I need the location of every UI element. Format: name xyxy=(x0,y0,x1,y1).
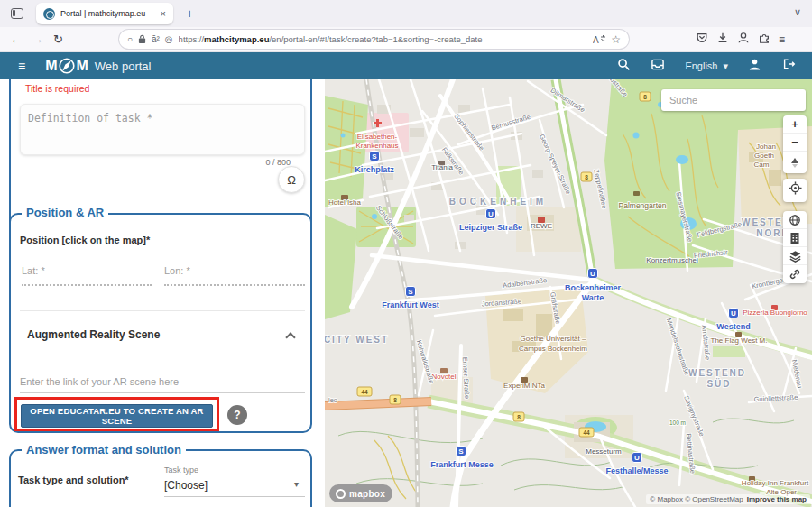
ar-scene-link-input[interactable] xyxy=(20,374,305,393)
extensions-icon[interactable] xyxy=(758,32,770,48)
tab-close-icon[interactable]: × xyxy=(161,8,166,19)
language-selector[interactable]: English ▾ xyxy=(685,60,728,72)
url-text: https://mathcitymap.eu/en/portal-en/#!/t… xyxy=(179,34,588,44)
buildings-layer-button[interactable] xyxy=(783,229,807,247)
map-label: ExperiMINTa xyxy=(503,382,545,390)
downloads-icon[interactable] xyxy=(716,32,729,48)
forward-icon: → xyxy=(32,32,43,46)
map-search-input[interactable] xyxy=(661,89,806,111)
user-icon[interactable] xyxy=(748,58,761,75)
highway xyxy=(325,401,431,406)
language-label: English xyxy=(685,60,717,71)
geolocate-button[interactable] xyxy=(783,179,807,197)
inbox-icon[interactable] xyxy=(651,58,665,75)
pocket-icon[interactable] xyxy=(696,32,708,48)
road-badge-label: 8 xyxy=(585,174,588,180)
longitude-field[interactable]: Lon: * xyxy=(164,265,305,286)
mcm-logo[interactable]: M M Web portal xyxy=(45,57,151,75)
layers-button[interactable] xyxy=(783,247,807,265)
logo-letter: M xyxy=(77,58,88,74)
compass-icon xyxy=(58,57,76,75)
map-label: Titania xyxy=(431,163,453,171)
map-label: Westend xyxy=(716,322,750,331)
map-label: Elisabethen- xyxy=(357,133,398,141)
zoom-out-button[interactable]: − xyxy=(783,134,807,152)
map-label: Bockenheimer xyxy=(565,283,622,292)
special-characters-button[interactable]: Ω xyxy=(278,166,305,193)
reload-icon[interactable]: ↻ xyxy=(53,32,63,46)
help-button[interactable]: ? xyxy=(227,405,247,425)
ar-scene-header: Augmented Reality Scene xyxy=(27,328,160,341)
transit-station-letter: U xyxy=(590,270,595,278)
mapbox-logo-text: mapbox xyxy=(349,489,385,499)
select-caret-icon[interactable]: ▾ xyxy=(294,479,299,489)
browser-window: Portal | mathcitymap.eu × + ∨ ← → ↻ ○ ā²… xyxy=(0,0,812,507)
map-label: Warte xyxy=(582,293,604,302)
map-label: REWE xyxy=(531,222,552,230)
tracking-protection-icon[interactable]: ○ xyxy=(127,35,133,44)
latitude-field[interactable]: Lat: * xyxy=(22,265,152,286)
layer-controls xyxy=(783,211,807,283)
road-badge-label: 8 xyxy=(517,414,521,420)
map-label: Goeth xyxy=(754,152,774,160)
map-label: Kirchplatz xyxy=(355,165,394,174)
search-icon[interactable] xyxy=(617,58,631,75)
task-type-field-label: Task type xyxy=(164,466,198,475)
map-label: 100 m xyxy=(669,419,686,426)
map-label: Holiday Inn Frankfurt xyxy=(742,479,809,487)
char-counter: 0 / 800 xyxy=(265,158,291,167)
map-label: leo xyxy=(328,396,337,404)
transit-station-letter: U xyxy=(488,210,494,218)
definition-of-task-input[interactable] xyxy=(20,104,305,155)
geolocate-control xyxy=(783,179,807,202)
transit-station-letter: U xyxy=(634,454,640,462)
browser-tab[interactable]: Portal | mathcitymap.eu × xyxy=(36,3,173,24)
task-type-select[interactable]: [Choose] xyxy=(164,479,208,492)
back-icon[interactable]: ← xyxy=(10,32,22,46)
transit-station-letter: S xyxy=(408,288,413,296)
mapbox-logo[interactable]: mapbox xyxy=(329,484,392,502)
section-divider xyxy=(20,310,305,311)
map-canvas[interactable]: 88448844SUSUUSUBOCKENHEIMCITY WESTWESTEN… xyxy=(325,79,812,507)
open-educatar-button[interactable]: OPEN EDUCATAR.EU TO CREATE AN AR SCENE xyxy=(21,404,213,428)
url-bar[interactable]: ○ ā² ◎ https://mathcitymap.eu/en/portal-… xyxy=(119,30,629,49)
account-icon[interactable] xyxy=(737,32,750,48)
lock-icon[interactable] xyxy=(138,34,146,44)
answer-format-legend: Answer format and solution xyxy=(22,443,186,456)
road-badge-label: 44 xyxy=(583,429,590,436)
app-title: Web portal xyxy=(95,60,152,73)
logout-icon[interactable] xyxy=(781,58,796,74)
map-attribution: © Mapbox © OpenStreetMapImprove this map xyxy=(646,494,810,504)
attribution-text: © Mapbox © OpenStreetMap xyxy=(650,495,743,503)
firefox-view-icon[interactable] xyxy=(11,8,23,19)
list-all-tabs-icon[interactable]: ∨ xyxy=(794,6,801,18)
road-badge-label: 44 xyxy=(361,389,368,395)
zoom-controls: + − xyxy=(783,115,807,173)
map-label: Palmengarten xyxy=(619,201,667,210)
app-navbar: ≡ M M Web portal English ▾ xyxy=(0,52,812,79)
map-label: BOCKENHEIM xyxy=(449,197,547,207)
map-label: Frankfurt Messe xyxy=(430,460,494,469)
new-tab-button[interactable]: + xyxy=(186,6,193,21)
road-badge-label: 8 xyxy=(393,397,397,403)
globe-layer-button[interactable] xyxy=(783,211,807,229)
map-label: Messeturm xyxy=(586,447,622,456)
map-label: CITY WEST xyxy=(325,335,389,345)
map-label: Konzertmuschel xyxy=(646,256,698,264)
share-link-button[interactable] xyxy=(783,265,807,283)
map-label: SÜD xyxy=(706,378,731,389)
bookmark-star-icon[interactable]: ☆ xyxy=(611,34,621,45)
location-permission-icon[interactable]: ◎ xyxy=(165,35,173,44)
sidebar-menu-icon[interactable]: ≡ xyxy=(18,59,25,73)
zoom-in-button[interactable]: + xyxy=(783,115,807,134)
map-label: WESTEND xyxy=(688,368,746,378)
map-label: Pizzeria Buongiorno xyxy=(743,309,807,317)
menu-icon[interactable]: ≡ xyxy=(779,34,785,45)
compass-reset-button[interactable] xyxy=(783,152,807,173)
permissions-icon[interactable]: ā² xyxy=(152,35,160,44)
translate-icon[interactable]: A xyxy=(593,34,605,45)
improve-map-link[interactable]: Improve this map xyxy=(747,495,807,503)
task-type-label: Task type and solution* xyxy=(18,475,129,485)
browser-toolbar: ← → ↻ ○ ā² ◎ https://mathcitymap.eu/en/p… xyxy=(0,27,812,52)
title-error-message: Title is required xyxy=(25,83,89,94)
